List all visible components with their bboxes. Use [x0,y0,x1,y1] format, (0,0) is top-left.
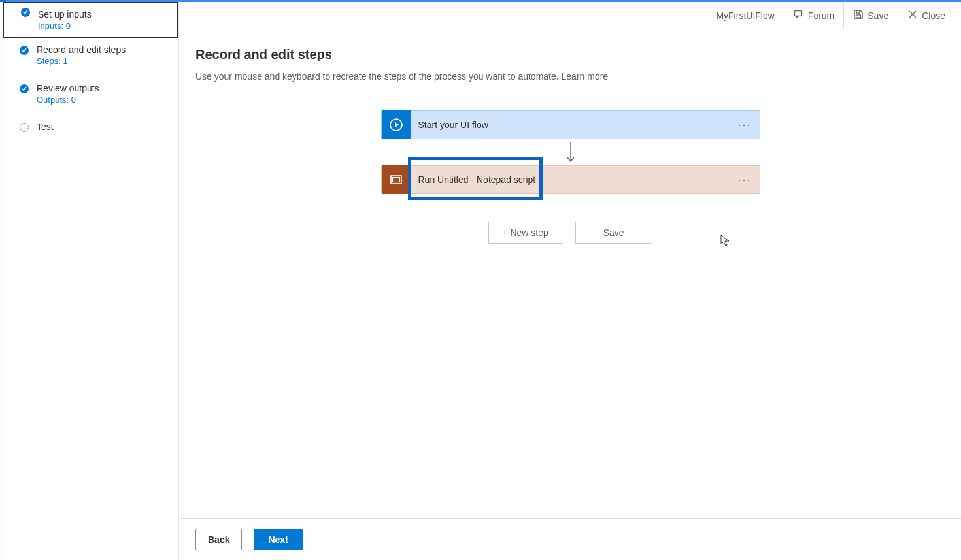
card-start-label: Start your UI flow [411,120,488,130]
card-start-ui-flow[interactable]: Start your UI flow ··· [381,110,760,139]
ellipsis-icon[interactable]: ··· [737,173,751,187]
check-icon [20,84,29,93]
svg-rect-0 [794,11,801,16]
card-run-script[interactable]: Run Untitled - Notepad script ··· [381,165,760,194]
close-label: Close [922,10,945,21]
svg-rect-1 [856,10,860,13]
sidebar-step-title: Review outputs [37,83,178,93]
wizard-footer: Back Next [180,518,961,560]
circle-icon [20,123,29,132]
page-description: Use your mouse and keyboard to recreate … [195,71,945,82]
sidebar-step-review-outputs[interactable]: Review outputs Outputs: 0 [3,79,178,108]
ellipsis-icon[interactable]: ··· [737,118,751,132]
save-button[interactable]: Save [843,2,898,29]
save-header-label: Save [868,10,888,21]
close-button[interactable]: Close [898,2,954,29]
sidebar-step-title: Record and edit steps [37,44,178,55]
sidebar-step-record-edit[interactable]: Record and edit steps Steps: 1 [3,41,178,70]
forum-button[interactable]: Forum [784,2,843,29]
forum-icon [794,9,804,22]
app-icon [382,165,411,194]
next-button[interactable]: Next [254,529,302,550]
sidebar-step-sub: Inputs: 0 [38,21,177,31]
flow-name-label: MyFirstUIFlow [707,10,783,21]
action-row: + New step Save [488,222,652,244]
card-run-label: Run Untitled - Notepad script [411,174,536,185]
close-icon [907,9,918,22]
sidebar-step-title: Test [37,122,178,132]
learn-more-link[interactable]: Learn more [562,71,609,82]
sidebar-step-setup-inputs[interactable]: Set up inputs Inputs: 0 [3,2,178,38]
sidebar-step-sub: Outputs: 0 [37,95,178,105]
back-button[interactable]: Back [195,529,242,550]
sidebar-step-sub: Steps: 1 [37,56,178,66]
svg-rect-6 [392,178,399,182]
sidebar-step-test[interactable]: Test [3,118,178,136]
save-flow-button[interactable]: Save [575,222,652,244]
check-icon [20,46,29,55]
flow-canvas: Start your UI flow ··· Run Untitled - No… [195,110,945,244]
play-icon [382,110,411,139]
svg-rect-2 [856,15,861,18]
sidebar-step-title: Set up inputs [38,9,177,20]
check-icon [21,8,30,17]
new-step-button[interactable]: + New step [488,222,562,244]
wizard-sidebar: Set up inputs Inputs: 0 Record and edit … [3,2,179,560]
page-title: Record and edit steps [195,47,945,62]
forum-label: Forum [808,10,834,21]
save-icon [853,9,864,22]
header-bar: MyFirstUIFlow Forum Save Close [179,2,961,29]
main-content: Record and edit steps Use your mouse and… [180,30,961,518]
description-text: Use your mouse and keyboard to recreate … [195,71,562,82]
arrow-down-icon [566,139,575,165]
